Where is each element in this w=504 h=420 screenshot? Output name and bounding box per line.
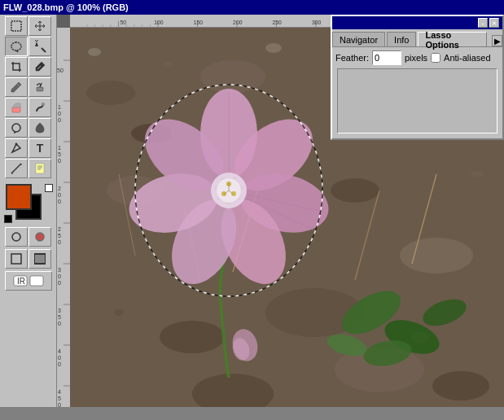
svg-rect-30 <box>35 255 45 263</box>
svg-text:0: 0 <box>58 239 61 245</box>
move-tool[interactable] <box>28 16 51 36</box>
tool-row-6 <box>5 118 51 138</box>
svg-point-110 <box>163 61 173 68</box>
svg-marker-14 <box>12 103 20 107</box>
foreground-color[interactable] <box>6 184 32 210</box>
svg-point-106 <box>400 238 473 273</box>
pencil-tool[interactable] <box>5 77 28 97</box>
title-bar: FLW_028.bmp @ 100% (RGB) <box>0 0 504 15</box>
jump-to-imageready[interactable]: IR <box>5 271 52 291</box>
standard-screen[interactable] <box>5 249 28 269</box>
main-area: T <box>0 15 504 407</box>
eyedropper-tool[interactable] <box>28 57 51 77</box>
ruler-left: 50 1 0 0 1 5 0 2 0 0 2 5 0 3 0 0 <box>57 28 70 407</box>
svg-text:IR: IR <box>17 277 25 286</box>
svg-text:100: 100 <box>154 20 163 25</box>
mask-row <box>5 227 51 247</box>
feather-label: Feather: <box>335 53 369 63</box>
svg-text:0: 0 <box>58 280 61 286</box>
screen-mode-row2: IR <box>5 271 52 291</box>
magic-wand-tool[interactable] <box>28 37 51 56</box>
notes-tool[interactable] <box>28 159 51 178</box>
pen-tool[interactable] <box>5 138 28 158</box>
minimize-button[interactable]: - <box>478 18 488 28</box>
marquee-tool[interactable] <box>5 16 28 36</box>
svg-text:4: 4 <box>58 348 61 354</box>
standard-mode[interactable] <box>5 227 28 247</box>
dodge-tool[interactable] <box>5 118 28 138</box>
svg-point-18 <box>15 143 18 146</box>
svg-text:1: 1 <box>58 104 61 110</box>
svg-rect-22 <box>36 164 44 173</box>
svg-text:0: 0 <box>58 158 61 164</box>
tab-lasso-options[interactable]: Lasso Options <box>418 32 487 46</box>
text-tool[interactable]: T <box>28 138 51 158</box>
svg-point-109 <box>88 48 101 56</box>
lasso-options-panel: - × Navigator Info Lasso Options ▶ <box>331 15 504 140</box>
svg-point-12 <box>40 84 42 85</box>
svg-point-26 <box>12 233 20 241</box>
lasso-tool[interactable] <box>5 37 28 56</box>
svg-text:250: 250 <box>273 20 282 25</box>
tool-row-2 <box>5 37 51 56</box>
svg-rect-28 <box>11 254 21 264</box>
svg-text:5: 5 <box>58 314 61 320</box>
panel-content: Feather: pixels Anti-aliased <box>332 47 502 138</box>
svg-point-15 <box>42 103 45 106</box>
feather-input[interactable] <box>372 50 401 65</box>
svg-text:300: 300 <box>312 20 321 25</box>
eraser-tool[interactable] <box>5 98 28 117</box>
tool-row-5 <box>5 98 51 117</box>
svg-text:2: 2 <box>58 226 61 232</box>
anti-aliased-checkbox[interactable] <box>431 53 440 63</box>
smudge-tool[interactable] <box>28 98 51 117</box>
svg-point-102 <box>200 60 265 93</box>
svg-point-116 <box>114 309 124 316</box>
tab-navigator[interactable]: Navigator <box>332 32 385 46</box>
default-colors-icon[interactable] <box>45 184 53 192</box>
svg-text:200: 200 <box>233 20 242 25</box>
burn-tool[interactable] <box>28 118 51 138</box>
svg-text:3: 3 <box>58 267 61 273</box>
panel-tabs: Navigator Info Lasso Options ▶ <box>332 29 502 47</box>
svg-text:50: 50 <box>121 20 127 25</box>
tab-info[interactable]: Info <box>387 32 416 46</box>
svg-point-144 <box>231 191 236 196</box>
svg-text:5: 5 <box>58 151 61 157</box>
airbrush-tool[interactable] <box>28 77 51 97</box>
svg-text:3: 3 <box>58 308 61 313</box>
svg-text:0: 0 <box>58 402 61 407</box>
panel-preview-area <box>337 68 497 133</box>
canvas-area: 50 100 150 200 250 300 350 400 450 500 <box>57 15 504 407</box>
svg-text:0: 0 <box>58 273 61 279</box>
svg-point-120 <box>432 371 489 400</box>
svg-text:0: 0 <box>58 111 61 116</box>
svg-text:2: 2 <box>58 186 61 191</box>
tool-row-8 <box>5 159 51 178</box>
quick-mask-mode[interactable] <box>28 227 51 247</box>
pixels-label: pixels <box>405 53 427 63</box>
svg-point-107 <box>160 321 225 353</box>
svg-point-10 <box>37 84 38 85</box>
svg-rect-8 <box>37 87 43 91</box>
crop-tool[interactable] <box>5 57 28 77</box>
svg-rect-32 <box>30 276 43 286</box>
measure-tool[interactable] <box>5 159 28 178</box>
svg-point-114 <box>471 171 484 177</box>
svg-rect-0 <box>11 21 21 31</box>
svg-text:0: 0 <box>58 361 61 367</box>
svg-text:0: 0 <box>58 192 61 198</box>
panel-menu-arrow[interactable]: ▶ <box>492 35 502 46</box>
full-screen-menu[interactable] <box>28 249 51 269</box>
tool-row-1 <box>5 16 51 36</box>
swap-colors-icon[interactable] <box>4 215 12 223</box>
svg-marker-3 <box>35 42 40 46</box>
svg-text:150: 150 <box>194 20 203 25</box>
tool-row-7: T <box>5 138 51 158</box>
close-button[interactable]: × <box>489 18 499 28</box>
svg-text:0: 0 <box>58 321 61 326</box>
svg-point-145 <box>221 191 226 196</box>
svg-text:5: 5 <box>58 396 61 401</box>
svg-text:1: 1 <box>58 145 61 151</box>
svg-rect-13 <box>12 107 20 112</box>
